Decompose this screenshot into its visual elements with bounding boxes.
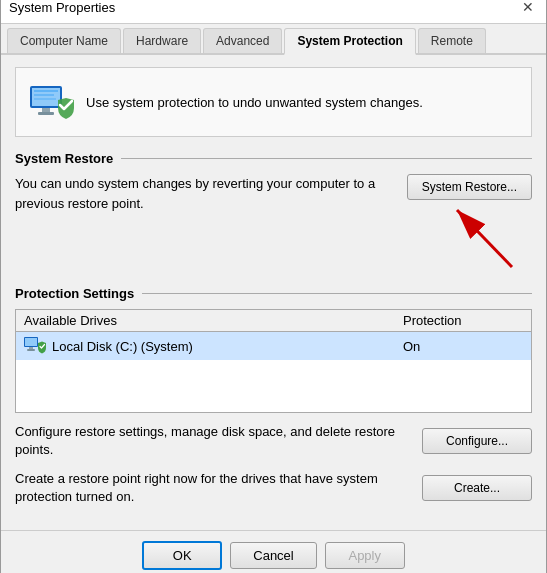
system-protection-icon — [26, 78, 74, 126]
drives-table-header: Available Drives Protection — [16, 310, 531, 332]
protection-settings-header: Protection Settings — [15, 286, 532, 301]
section-divider — [121, 158, 532, 159]
system-restore-header: System Restore — [15, 151, 532, 166]
drive-icon — [24, 337, 46, 355]
svg-rect-2 — [34, 90, 58, 92]
annotation-arrow-icon — [432, 202, 532, 272]
restore-description: You can undo system changes by reverting… — [15, 174, 395, 213]
configure-button[interactable]: Configure... — [422, 428, 532, 454]
system-restore-label: System Restore — [15, 151, 113, 166]
tab-bar: Computer Name Hardware Advanced System P… — [1, 24, 546, 55]
restore-section: You can undo system changes by reverting… — [15, 174, 532, 272]
apply-button[interactable]: Apply — [325, 542, 405, 569]
col-drives-header: Available Drives — [24, 313, 403, 328]
svg-rect-12 — [27, 349, 35, 351]
protection-settings-section: Protection Settings Available Drives Pro… — [15, 286, 532, 413]
protection-divider — [142, 293, 532, 294]
tab-content: Use system protection to undo unwanted s… — [1, 55, 546, 526]
svg-rect-4 — [34, 98, 56, 100]
tab-remote[interactable]: Remote — [418, 28, 486, 53]
svg-rect-6 — [38, 112, 54, 115]
create-button[interactable]: Create... — [422, 475, 532, 501]
title-bar: System Properties ✕ — [1, 0, 546, 24]
info-text: Use system protection to undo unwanted s… — [86, 95, 423, 110]
close-button[interactable]: ✕ — [518, 0, 538, 17]
window-title: System Properties — [9, 0, 115, 15]
tab-advanced[interactable]: Advanced — [203, 28, 282, 53]
svg-rect-5 — [42, 108, 50, 112]
drives-table-body: Local Disk (C:) (System) On — [16, 332, 531, 412]
system-properties-window: System Properties ✕ Computer Name Hardwa… — [0, 0, 547, 573]
configure-action-row: Configure restore settings, manage disk … — [15, 423, 532, 459]
tab-computer-name[interactable]: Computer Name — [7, 28, 121, 53]
system-restore-button[interactable]: System Restore... — [407, 174, 532, 200]
table-row[interactable]: Local Disk (C:) (System) On — [16, 332, 531, 360]
svg-rect-11 — [29, 347, 33, 349]
drive-name: Local Disk (C:) (System) — [52, 339, 193, 354]
cancel-button[interactable]: Cancel — [230, 542, 316, 569]
ok-button[interactable]: OK — [142, 541, 222, 570]
protection-settings-label: Protection Settings — [15, 286, 134, 301]
drive-protection: On — [403, 339, 420, 354]
create-action-row: Create a restore point right now for the… — [15, 470, 532, 506]
svg-line-8 — [457, 210, 512, 267]
tab-hardware[interactable]: Hardware — [123, 28, 201, 53]
create-description: Create a restore point right now for the… — [15, 470, 410, 506]
info-bar: Use system protection to undo unwanted s… — [15, 67, 532, 137]
col-protection-header: Protection — [403, 313, 523, 328]
svg-rect-3 — [34, 94, 54, 96]
svg-rect-10 — [25, 338, 37, 346]
configure-description: Configure restore settings, manage disk … — [15, 423, 410, 459]
dialog-footer: OK Cancel Apply — [1, 530, 546, 573]
tab-system-protection[interactable]: System Protection — [284, 28, 415, 55]
drives-table: Available Drives Protection — [15, 309, 532, 413]
